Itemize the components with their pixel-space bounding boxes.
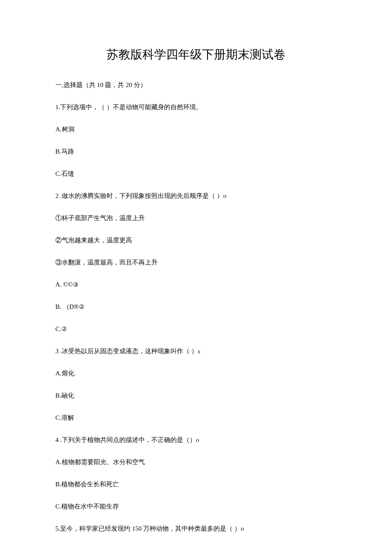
q4-option-c: C.植物在水中不能生存 xyxy=(55,501,337,511)
q1-option-c: C.石缝 xyxy=(55,169,337,179)
q3-option-c: C.溶解 xyxy=(55,413,337,423)
q5-stem: 5.至今，科学家已经发现约 150 万种动物，其中种类最多的是（ ）o xyxy=(55,523,337,534)
q2-option-b: B. （D®② xyxy=(55,302,337,312)
q4-option-a: A.植物都需要阳光、水分和空气 xyxy=(55,457,337,467)
q1-stem: 1.下列选项中，（ ）不是动物可能藏身的自然环境。 xyxy=(55,102,337,112)
q2-stem: 2 .做水的沸腾实验时，下列现象按照出现的先后顺序是（ ）o xyxy=(55,191,337,201)
q4-option-b: B.植物都会生长和死亡 xyxy=(55,479,337,489)
q2-sub1: ①杯子底部产生气泡，温度上升 xyxy=(55,213,337,223)
q2-option-c: C.② xyxy=(55,324,337,334)
q1-option-b: B.马路 xyxy=(55,146,337,157)
q1-option-a: A.树洞 xyxy=(55,124,337,134)
exam-page: 苏教版科学四年级下册期末测试卷 一,选择题（共 10 题，共 20 分） 1.下… xyxy=(0,0,392,555)
q2-sub3: ③水翻滚，温度最高，而且不再上升 xyxy=(55,257,337,267)
q2-option-a: A. ©©③ xyxy=(55,279,337,290)
q3-option-a: A.熔化 xyxy=(55,368,337,378)
section-header: 一,选择题（共 10 题，共 20 分） xyxy=(55,80,337,90)
q4-stem: 4 .下列关于植物共同点的描述中，不正确的是（）o xyxy=(55,435,337,445)
q2-sub2: ②气泡越来越大，温度更高 xyxy=(55,235,337,245)
q3-stem: 3 .冰受热以后从固态变成液态，这种现象叫作（ ）₀ xyxy=(55,346,337,356)
exam-title: 苏教版科学四年级下册期末测试卷 xyxy=(55,46,337,63)
q3-option-b: B.融化 xyxy=(55,390,337,401)
